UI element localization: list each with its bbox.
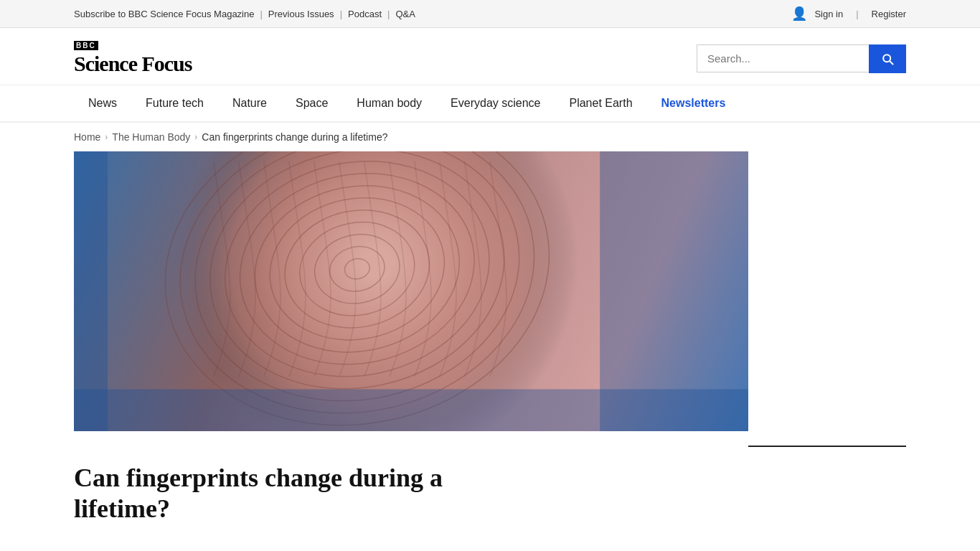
- user-icon: 👤: [791, 6, 807, 22]
- header: BBC Science Focus: [0, 28, 980, 85]
- separator-1: |: [260, 9, 262, 19]
- nav-item-planet-earth[interactable]: Planet Earth: [555, 85, 646, 121]
- nav-item-space[interactable]: Space: [281, 85, 342, 121]
- qa-link[interactable]: Q&A: [395, 9, 415, 19]
- subscribe-link[interactable]: Subscribe to BBC Science Focus Magazine: [74, 9, 254, 19]
- breadcrumb-section[interactable]: The Human Body: [112, 131, 190, 143]
- breadcrumb: Home › The Human Body › Can fingerprints…: [60, 123, 920, 151]
- separator-auth: |: [856, 9, 858, 19]
- top-bar: Subscribe to BBC Science Focus Magazine …: [0, 0, 980, 28]
- breadcrumb-sep-1: ›: [105, 132, 108, 142]
- search-icon: [880, 52, 895, 66]
- site-title: Science Focus: [74, 52, 192, 76]
- bbc-text: BBC: [74, 41, 98, 50]
- breadcrumb-current: Can fingerprints change during a lifetim…: [202, 131, 387, 143]
- search-input[interactable]: [697, 44, 869, 72]
- nav-item-news[interactable]: News: [74, 85, 131, 121]
- nav-item-nature[interactable]: Nature: [218, 85, 281, 121]
- nav-item-human-body[interactable]: Human body: [342, 85, 436, 121]
- breadcrumb-sep-2: ›: [194, 132, 197, 142]
- separator-3: |: [387, 9, 390, 19]
- sidebar-divider: [748, 446, 906, 447]
- main-nav: News Future tech Nature Space Human body…: [0, 85, 980, 123]
- separator-2: |: [340, 9, 342, 19]
- search-button[interactable]: [869, 44, 906, 73]
- bbc-label: BBC: [74, 41, 192, 50]
- podcast-link[interactable]: Podcast: [348, 9, 382, 19]
- top-bar-links: Subscribe to BBC Science Focus Magazine …: [74, 9, 415, 19]
- register-link[interactable]: Register: [872, 9, 906, 19]
- main-content: Can fingerprints change during a lifetim…: [60, 151, 920, 551]
- breadcrumb-home[interactable]: Home: [74, 131, 100, 143]
- auth-links: 👤 Sign in | Register: [791, 6, 906, 22]
- signin-link[interactable]: Sign in: [814, 9, 843, 19]
- hero-image: [74, 151, 748, 431]
- nav-item-everyday-science[interactable]: Everyday science: [436, 85, 555, 121]
- previous-issues-link[interactable]: Previous Issues: [268, 9, 334, 19]
- logo[interactable]: BBC Science Focus: [74, 41, 192, 76]
- nav-item-future-tech[interactable]: Future tech: [131, 85, 218, 121]
- search-container: [697, 44, 906, 73]
- fingerprint-canvas: [74, 151, 748, 431]
- nav-item-newsletters[interactable]: Newsletters: [647, 85, 740, 121]
- article-title: Can fingerprints change during a lifetim…: [74, 463, 720, 524]
